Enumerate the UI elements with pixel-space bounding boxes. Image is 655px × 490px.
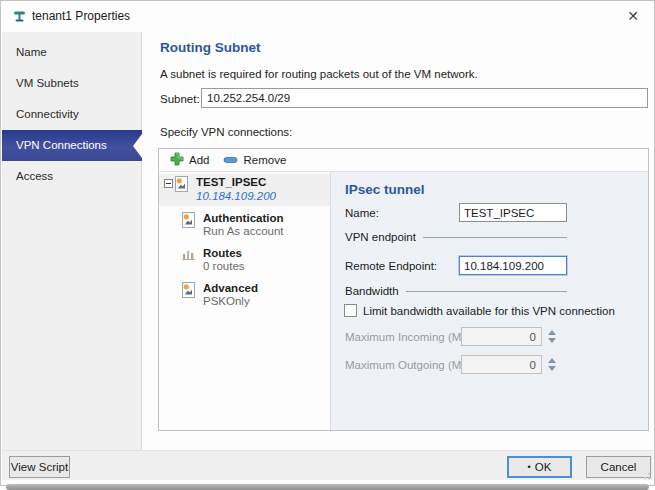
remote-endpoint-label: Remote Endpoint:	[345, 260, 437, 272]
max-outgoing-input[interactable]	[461, 355, 542, 374]
vpn-endpoint-group: VPN endpoint	[345, 230, 567, 244]
remove-button[interactable]: Remove	[219, 152, 290, 168]
vpn-endpoint-group-label: VPN endpoint	[345, 231, 416, 243]
tenant-properties-dialog: tenant1 Properties ✕ Name VM Subnets Con…	[0, 0, 655, 486]
ipsec-details-pane: IPsec tunnel Name: VPN endpoint Remote E…	[331, 172, 648, 430]
sidebar-item-access[interactable]: Access	[2, 161, 141, 192]
ipsec-tunnel-heading: IPsec tunnel	[345, 182, 425, 197]
tree-node-label: Advanced	[203, 282, 258, 294]
limit-bandwidth-checkbox[interactable]	[344, 304, 357, 317]
limit-bandwidth-label: Limit bandwidth available for this VPN c…	[363, 305, 615, 317]
tree-node-subtitle: PSKOnly	[203, 295, 250, 307]
titlebar: tenant1 Properties ✕	[1, 1, 654, 32]
window-title: tenant1 Properties	[32, 9, 130, 23]
spin-down-icon[interactable]	[548, 366, 556, 371]
ok-button[interactable]: •OK	[507, 456, 572, 478]
routing-subnet-description: A subnet is required for routing packets…	[160, 68, 478, 80]
remove-button-label: Remove	[243, 154, 286, 166]
sidebar-item-name[interactable]: Name	[2, 37, 141, 68]
spin-down-icon[interactable]	[548, 338, 556, 343]
collapse-expander-icon[interactable]	[164, 179, 173, 188]
ok-button-label: OK	[535, 461, 552, 473]
selected-notch	[133, 134, 142, 158]
tree-node-ip: 10.184.109.200	[196, 190, 276, 202]
specify-vpn-label: Specify VPN connections:	[160, 126, 292, 138]
close-icon[interactable]: ✕	[622, 6, 644, 26]
sidebar-item-label: Access	[16, 170, 53, 182]
vpn-connections-panel: Add Remove	[158, 148, 649, 431]
add-plus-icon	[170, 152, 184, 168]
tree-node-test-ipsec[interactable]: TEST_IPSEC 10.184.109.200	[159, 174, 330, 206]
max-outgoing-spinner[interactable]	[547, 355, 557, 374]
remote-endpoint-input[interactable]	[459, 256, 567, 275]
bandwidth-group: Bandwidth	[345, 284, 567, 298]
add-button-label: Add	[189, 154, 209, 166]
authentication-icon	[181, 212, 196, 230]
advanced-icon	[181, 282, 196, 300]
sidebar-item-label: VPN Connections	[16, 139, 107, 151]
view-script-button[interactable]: View Script	[9, 456, 70, 478]
bandwidth-group-label: Bandwidth	[345, 285, 399, 297]
sidebar: Name VM Subnets Connectivity VPN Connect…	[2, 32, 142, 450]
group-separator-line	[423, 237, 567, 238]
subnet-label: Subnet:	[160, 93, 200, 105]
tree-node-subtitle: 0 routes	[203, 260, 245, 272]
spin-up-icon[interactable]	[548, 358, 556, 363]
vpn-tree: TEST_IPSEC 10.184.109.200 Authentication	[159, 172, 331, 430]
spin-up-icon[interactable]	[548, 330, 556, 335]
sidebar-item-label: VM Subnets	[16, 77, 79, 89]
sidebar-item-vm-subnets[interactable]: VM Subnets	[2, 68, 141, 99]
sidebar-item-connectivity[interactable]: Connectivity	[2, 99, 141, 130]
tree-node-label: Authentication	[203, 212, 284, 224]
name-input[interactable]	[459, 203, 567, 222]
vpn-panel-body: TEST_IPSEC 10.184.109.200 Authentication	[159, 172, 648, 430]
max-incoming-spinner[interactable]	[547, 327, 557, 346]
remove-minus-icon	[223, 154, 238, 166]
vpn-connection-icon	[174, 176, 189, 194]
subnet-input[interactable]	[201, 88, 648, 108]
max-incoming-input[interactable]	[461, 327, 542, 346]
footer-bar: View Script •OK Cancel	[2, 450, 653, 480]
tree-node-subtitle: Run As account	[203, 225, 284, 237]
sidebar-item-label: Name	[16, 46, 47, 58]
tree-node-name: TEST_IPSEC	[196, 176, 266, 188]
window-shadow	[6, 484, 649, 490]
default-button-dot-icon: •	[528, 462, 531, 472]
resize-grip-icon[interactable]	[642, 471, 650, 479]
name-label: Name:	[345, 207, 379, 219]
add-button[interactable]: Add	[166, 150, 213, 170]
routes-icon	[181, 247, 196, 264]
page-title: Routing Subnet	[160, 40, 260, 55]
vpn-toolbar: Add Remove	[159, 149, 648, 172]
tenant-icon	[12, 9, 27, 26]
tree-node-label: Routes	[203, 247, 242, 259]
group-separator-line	[406, 291, 567, 292]
sidebar-item-label: Connectivity	[16, 108, 79, 120]
main-content: Routing Subnet A subnet is required for …	[142, 32, 653, 450]
sidebar-item-vpn-connections[interactable]: VPN Connections	[2, 130, 142, 161]
